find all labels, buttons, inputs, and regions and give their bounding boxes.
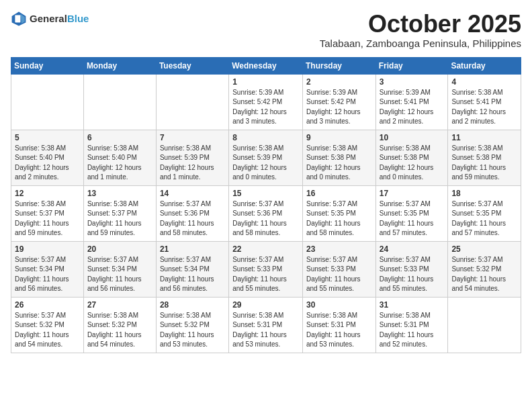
day-info: Sunrise: 5:38 AM Sunset: 5:37 PM Dayligh… — [87, 199, 152, 238]
calendar-cell: 22Sunrise: 5:37 AM Sunset: 5:33 PM Dayli… — [229, 241, 303, 297]
day-number: 7 — [160, 133, 225, 142]
logo-text: GeneralBlue — [30, 13, 89, 25]
day-info: Sunrise: 5:38 AM Sunset: 5:31 PM Dayligh… — [306, 311, 372, 350]
calendar-cell: 20Sunrise: 5:37 AM Sunset: 5:34 PM Dayli… — [83, 241, 156, 297]
day-number: 1 — [232, 77, 299, 87]
day-number: 14 — [160, 189, 225, 198]
day-info: Sunrise: 5:37 AM Sunset: 5:35 PM Dayligh… — [306, 199, 372, 238]
calendar-cell: 8Sunrise: 5:38 AM Sunset: 5:39 PM Daylig… — [229, 130, 303, 185]
day-number: 11 — [451, 133, 517, 142]
day-info: Sunrise: 5:38 AM Sunset: 5:31 PM Dayligh… — [380, 311, 445, 350]
day-number: 22 — [232, 244, 299, 254]
calendar-cell: 19Sunrise: 5:37 AM Sunset: 5:34 PM Dayli… — [11, 241, 84, 297]
day-info: Sunrise: 5:38 AM Sunset: 5:37 PM Dayligh… — [15, 199, 80, 238]
day-info: Sunrise: 5:37 AM Sunset: 5:36 PM Dayligh… — [232, 199, 299, 238]
day-info: Sunrise: 5:38 AM Sunset: 5:39 PM Dayligh… — [232, 144, 299, 183]
day-number: 28 — [160, 300, 225, 310]
calendar-cell: 1Sunrise: 5:39 AM Sunset: 5:42 PM Daylig… — [229, 74, 303, 130]
day-info: Sunrise: 5:39 AM Sunset: 5:42 PM Dayligh… — [306, 88, 372, 127]
day-info: Sunrise: 5:38 AM Sunset: 5:32 PM Dayligh… — [160, 311, 225, 350]
day-number: 15 — [232, 189, 299, 198]
day-info: Sunrise: 5:38 AM Sunset: 5:39 PM Dayligh… — [160, 144, 225, 183]
calendar-cell: 11Sunrise: 5:38 AM Sunset: 5:38 PM Dayli… — [448, 130, 521, 185]
day-info: Sunrise: 5:39 AM Sunset: 5:42 PM Dayligh… — [232, 88, 299, 127]
calendar-cell: 17Sunrise: 5:37 AM Sunset: 5:35 PM Dayli… — [375, 185, 448, 241]
calendar-cell — [448, 297, 521, 353]
day-number: 26 — [15, 300, 80, 310]
day-info: Sunrise: 5:37 AM Sunset: 5:32 PM Dayligh… — [15, 311, 80, 350]
calendar-cell — [83, 74, 156, 130]
calendar-week-row: 1Sunrise: 5:39 AM Sunset: 5:42 PM Daylig… — [11, 74, 521, 130]
day-info: Sunrise: 5:37 AM Sunset: 5:35 PM Dayligh… — [380, 199, 445, 238]
page-header: GeneralBlue October 2025 Talabaan, Zambo… — [11, 11, 521, 49]
day-number: 20 — [87, 244, 152, 254]
day-number: 29 — [232, 300, 299, 310]
calendar-week-row: 19Sunrise: 5:37 AM Sunset: 5:34 PM Dayli… — [11, 241, 521, 297]
calendar-cell: 30Sunrise: 5:38 AM Sunset: 5:31 PM Dayli… — [302, 297, 375, 353]
weekday-header: Thursday — [302, 57, 375, 74]
calendar-cell: 4Sunrise: 5:38 AM Sunset: 5:41 PM Daylig… — [448, 74, 521, 130]
weekday-header: Friday — [375, 57, 448, 74]
svg-rect-2 — [15, 15, 20, 22]
day-number: 10 — [380, 133, 445, 142]
day-number: 16 — [306, 189, 372, 198]
day-number: 24 — [380, 244, 445, 254]
weekday-header: Sunday — [11, 57, 84, 74]
calendar-cell: 31Sunrise: 5:38 AM Sunset: 5:31 PM Dayli… — [375, 297, 448, 353]
calendar-cell: 18Sunrise: 5:37 AM Sunset: 5:35 PM Dayli… — [448, 185, 521, 241]
day-info: Sunrise: 5:37 AM Sunset: 5:34 PM Dayligh… — [160, 255, 225, 294]
day-info: Sunrise: 5:37 AM Sunset: 5:34 PM Dayligh… — [15, 255, 80, 294]
day-number: 3 — [380, 77, 445, 87]
weekday-header: Saturday — [448, 57, 521, 74]
day-number: 30 — [306, 300, 372, 310]
day-number: 5 — [15, 133, 80, 142]
calendar-cell: 23Sunrise: 5:37 AM Sunset: 5:33 PM Dayli… — [302, 241, 375, 297]
logo: GeneralBlue — [11, 11, 89, 27]
calendar-cell — [11, 74, 84, 130]
day-info: Sunrise: 5:37 AM Sunset: 5:35 PM Dayligh… — [451, 199, 517, 238]
day-info: Sunrise: 5:38 AM Sunset: 5:40 PM Dayligh… — [15, 144, 80, 183]
calendar-cell: 12Sunrise: 5:38 AM Sunset: 5:37 PM Dayli… — [11, 185, 84, 241]
calendar-cell: 26Sunrise: 5:37 AM Sunset: 5:32 PM Dayli… — [11, 297, 84, 353]
day-info: Sunrise: 5:38 AM Sunset: 5:38 PM Dayligh… — [451, 144, 517, 183]
weekday-header: Monday — [83, 57, 156, 74]
calendar-cell: 29Sunrise: 5:38 AM Sunset: 5:31 PM Dayli… — [229, 297, 303, 353]
calendar-cell: 9Sunrise: 5:38 AM Sunset: 5:38 PM Daylig… — [302, 130, 375, 185]
weekday-header-row: SundayMondayTuesdayWednesdayThursdayFrid… — [11, 57, 521, 74]
day-number: 2 — [306, 77, 372, 87]
day-number: 19 — [15, 244, 80, 254]
day-info: Sunrise: 5:37 AM Sunset: 5:32 PM Dayligh… — [451, 255, 517, 294]
location-title: Talabaan, Zamboanga Peninsula, Philippin… — [320, 38, 521, 49]
day-info: Sunrise: 5:37 AM Sunset: 5:36 PM Dayligh… — [160, 199, 225, 238]
day-info: Sunrise: 5:37 AM Sunset: 5:33 PM Dayligh… — [306, 255, 372, 294]
day-info: Sunrise: 5:38 AM Sunset: 5:38 PM Dayligh… — [380, 144, 445, 183]
day-info: Sunrise: 5:39 AM Sunset: 5:41 PM Dayligh… — [380, 88, 445, 127]
day-number: 23 — [306, 244, 372, 254]
calendar-cell: 3Sunrise: 5:39 AM Sunset: 5:41 PM Daylig… — [375, 74, 448, 130]
day-number: 18 — [451, 189, 517, 198]
calendar-week-row: 5Sunrise: 5:38 AM Sunset: 5:40 PM Daylig… — [11, 130, 521, 185]
day-info: Sunrise: 5:38 AM Sunset: 5:41 PM Dayligh… — [451, 88, 517, 127]
day-info: Sunrise: 5:37 AM Sunset: 5:33 PM Dayligh… — [232, 255, 299, 294]
day-info: Sunrise: 5:38 AM Sunset: 5:40 PM Dayligh… — [87, 144, 152, 183]
calendar-cell: 16Sunrise: 5:37 AM Sunset: 5:35 PM Dayli… — [302, 185, 375, 241]
day-info: Sunrise: 5:38 AM Sunset: 5:31 PM Dayligh… — [232, 311, 299, 350]
calendar-cell: 13Sunrise: 5:38 AM Sunset: 5:37 PM Dayli… — [83, 185, 156, 241]
calendar-week-row: 12Sunrise: 5:38 AM Sunset: 5:37 PM Dayli… — [11, 185, 521, 241]
title-block: October 2025 Talabaan, Zamboanga Peninsu… — [320, 11, 521, 49]
calendar-cell: 24Sunrise: 5:37 AM Sunset: 5:33 PM Dayli… — [375, 241, 448, 297]
calendar-cell: 6Sunrise: 5:38 AM Sunset: 5:40 PM Daylig… — [83, 130, 156, 185]
day-info: Sunrise: 5:38 AM Sunset: 5:32 PM Dayligh… — [87, 311, 152, 350]
day-number: 9 — [306, 133, 372, 142]
day-number: 4 — [451, 77, 517, 87]
calendar-table: SundayMondayTuesdayWednesdayThursdayFrid… — [11, 57, 521, 353]
day-number: 27 — [87, 300, 152, 310]
day-info: Sunrise: 5:37 AM Sunset: 5:33 PM Dayligh… — [380, 255, 445, 294]
day-info: Sunrise: 5:38 AM Sunset: 5:38 PM Dayligh… — [306, 144, 372, 183]
day-info: Sunrise: 5:37 AM Sunset: 5:34 PM Dayligh… — [87, 255, 152, 294]
day-number: 21 — [160, 244, 225, 254]
calendar-cell: 5Sunrise: 5:38 AM Sunset: 5:40 PM Daylig… — [11, 130, 84, 185]
day-number: 12 — [15, 189, 80, 198]
month-title: October 2025 — [320, 11, 521, 38]
day-number: 6 — [87, 133, 152, 142]
